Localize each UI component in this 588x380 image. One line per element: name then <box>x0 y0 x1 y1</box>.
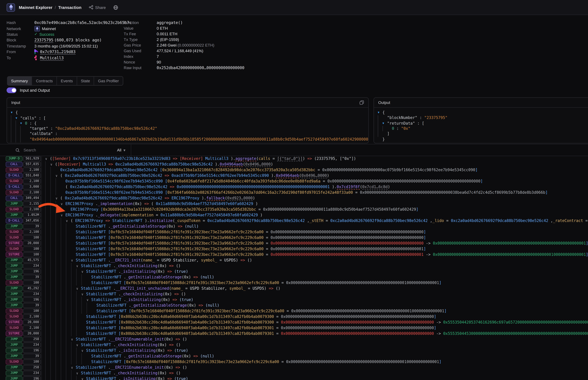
output-json-tree[interactable]: ▼{"blockNumber" : "23375795"▼"returnData… <box>374 108 588 143</box>
collapse-chevron-icon[interactable]: ∨ <box>81 292 86 297</box>
collapse-chevron-icon[interactable]: ∨ <box>56 173 60 178</box>
collapse-chevron-icon[interactable]: ∨ <box>71 258 76 263</box>
trace-row[interactable]: SLOAD100StabilizerNFT [0xf0c57e16840df04… <box>0 359 588 364</box>
collapse-chevron-icon[interactable]: ∨ <box>71 365 76 370</box>
collapse-chevron-icon[interactable]: ∨ <box>76 371 81 376</box>
input-json-line: ▼"calls" : [ <box>11 115 368 120</box>
trace-line-content: 0xac075b9bf166e5154cc98f62ee7b94e5345cc0… <box>45 178 588 184</box>
to-link[interactable]: Multicall3 <box>40 55 64 60</box>
expand-triangle-icon[interactable]: ▼ <box>20 120 25 126</box>
search-input[interactable] <box>23 147 117 153</box>
trace-row[interactable]: SLOAD100StabilizerNFT [0xf0c57e16840df04… <box>0 280 588 285</box>
trace-row[interactable]: SLOAD2,1000xac075b9bf166e5154cc98f62ee7b… <box>0 190 588 195</box>
trace-row[interactable]: CALL557,035∨([Receiver] Multicall3 => 0x… <box>0 161 588 167</box>
gas-value: 2,100 <box>23 167 41 173</box>
opcode-badge: JUMP·D <box>6 156 23 162</box>
trace-row[interactable]: JUMP1.052M∨ERC1967Proxy ._delegate(imple… <box>0 212 588 218</box>
trace-row[interactable]: SLOAD2,100StabilizerNFT [0xf0c57e16840df… <box>0 229 588 235</box>
opcode-badge: SLOAD <box>6 235 23 241</box>
from-link[interactable]: 0x7c9731…219d83 <box>40 50 76 54</box>
trace-row[interactable]: D·CALL347,056∨( ERC1967Proxy => Stabiliz… <box>0 218 588 223</box>
input-json-tree[interactable]: ▼{▼"calls" : [▼0 : {"target" : "0xc2a0ad… <box>7 108 368 143</box>
txtype-value: 2 (EIP-1559) <box>157 37 179 42</box>
trace-row[interactable]: SSTORE20,000StabilizerNFT [0x80bb2b638cc… <box>0 319 588 325</box>
block-link[interactable]: 23375795 <box>34 38 53 42</box>
collapse-chevron-icon[interactable]: ∨ <box>76 342 81 347</box>
trace-row[interactable]: JUMP234∨StabilizerNFT ._checkInitializin… <box>0 263 588 268</box>
trace-row[interactable]: S·CALL3,000( 0xc2a0ad4bd62676692f9dca88b… <box>0 184 588 190</box>
trace-row[interactable]: SLOAD2,1000xac075b9bf166e5154cc98f62ee7b… <box>0 178 588 184</box>
trace-row[interactable]: JUMP39StabilizerNFT ._getInitializableSt… <box>0 353 588 359</box>
collapse-chevron-icon[interactable]: ∨ <box>81 269 86 274</box>
tab-events[interactable]: Events <box>57 77 77 85</box>
collapse-chevron-icon[interactable]: ∨ <box>81 376 86 380</box>
collapse-chevron-icon[interactable]: ∨ <box>81 348 86 353</box>
trace-row[interactable]: SLOAD100StabilizerNFT [0xf0c57e16840df04… <box>0 246 588 252</box>
trace-row[interactable]: JUMP39StabilizerNFT ._getInitializableSt… <box>0 223 588 229</box>
trace-row[interactable]: JUMP39StabilizerNFT ._getInitializableSt… <box>0 274 588 280</box>
trace-row[interactable]: JUMP234∨StabilizerNFT ._checkInitializin… <box>0 342 588 347</box>
trace-line-content: ∨StabilizerNFT ._checkInitializing(0x) =… <box>45 342 588 347</box>
trace-row[interactable]: SSTORE20,000StabilizerNFT [0x80bb2b638cc… <box>0 331 588 336</box>
trace-row[interactable]: SLOAD2,100StabilizerNFT [0x80bb2b638cc20… <box>0 325 588 331</box>
trace-row[interactable]: JUMP234∨StabilizerNFT ._checkInitializin… <box>0 370 588 376</box>
trace-row[interactable]: D·CALL551,840∨( 0xc2a0ad4bd62676692f9dca… <box>0 172 588 178</box>
trace-row[interactable]: JUMP258∨StabilizerNFT .__ERC721Enumerabl… <box>0 336 588 342</box>
value-value: 0 ETH <box>157 26 168 31</box>
collapse-chevron-icon[interactable]: ∨ <box>61 201 65 207</box>
output-json-line: 0 : "0x" <box>378 126 588 131</box>
tab-summary[interactable]: Summary <box>7 77 32 85</box>
gas-value: 2,100 <box>23 325 41 331</box>
trace-row[interactable]: CALL349,494∨( 0xc2a0ad4bd62676692f9dca88… <box>0 195 588 201</box>
collapse-chevron-icon[interactable]: ∨ <box>76 263 81 268</box>
collapse-chevron-icon[interactable]: ∨ <box>61 212 65 218</box>
copy-icon[interactable] <box>359 100 364 105</box>
trace-row[interactable]: JUMP39StabilizerNFT ._getInitializableSt… <box>0 303 588 308</box>
trace-row[interactable]: SLOAD2,100ERC1967Proxy [0x360894a13ba1a3… <box>0 207 588 212</box>
search-filter-dropdown[interactable]: All ▼ <box>117 148 131 152</box>
ethereum-logo-icon[interactable] <box>7 3 15 12</box>
collapse-chevron-icon[interactable]: ∨ <box>66 218 71 223</box>
trace-row[interactable]: SLOAD2,100StabilizerNFT [0x80bb2b638cc20… <box>0 314 588 319</box>
collapse-chevron-icon[interactable]: ∨ <box>71 337 76 342</box>
trace-row[interactable]: JUMP45,575∨StabilizerNFT .__ERC721_init(… <box>0 257 588 263</box>
opcode-badge: SLOAD <box>6 359 23 365</box>
trace-row[interactable]: JUMP196∨StabilizerNFT ._isInitializing(0… <box>0 268 588 274</box>
tab-contracts[interactable]: Contracts <box>32 77 57 85</box>
trace-line-content: StabilizerNFT [0x80bb2b638cc20bc4d0a60d6… <box>45 331 588 336</box>
expand-triangle-icon[interactable]: ▼ <box>382 120 387 126</box>
language-globe-button[interactable] <box>113 5 118 10</box>
trace-row[interactable]: JUMP·D561,929∨([Sender] 0x7c97313f349608… <box>0 156 588 161</box>
trace-row[interactable]: JUMP196∨StabilizerNFT ._isInitializing(0… <box>0 347 588 353</box>
collapse-chevron-icon[interactable]: ∨ <box>76 286 81 291</box>
collapse-chevron-icon[interactable]: ∨ <box>56 196 60 201</box>
opcode-badge: JUMP <box>6 337 23 342</box>
gas-value: 100 <box>23 252 41 258</box>
collapse-chevron-icon[interactable]: ∨ <box>87 297 91 303</box>
collapse-chevron-icon[interactable]: ∨ <box>50 162 55 167</box>
tab-gas-profiler[interactable]: Gas Profiler <box>94 77 123 85</box>
trace-row[interactable]: JUMP196∨StabilizerNFT ._isInitializing(0… <box>0 376 588 380</box>
trace-row[interactable]: SLOAD100StabilizerNFT [0xf0c57e16840df04… <box>0 235 588 240</box>
share-button[interactable]: Share <box>89 5 106 10</box>
input-output-toggle[interactable] <box>7 88 17 93</box>
trace-row[interactable]: JUMP45,292∨StabilizerNFT .__ERC721_init_… <box>0 285 588 291</box>
opcode-badge: JUMP <box>6 275 23 280</box>
gas-value: 196 <box>23 376 41 380</box>
trace-search: All ▼ <box>10 144 131 156</box>
trace-row[interactable]: JUMP234∨StabilizerNFT ._checkInitializin… <box>0 291 588 297</box>
trace-row[interactable]: SSTORE20,000StabilizerNFT [0xf0c57e16840… <box>0 240 588 246</box>
breadcrumb-app[interactable]: Mainnet Explorer <box>19 5 53 10</box>
gas-value: 561,929 <box>23 156 41 162</box>
expand-triangle-icon[interactable]: ▼ <box>378 110 382 115</box>
trace-row[interactable]: SSTORE100StabilizerNFT [0xf0c57e16840df0… <box>0 252 588 257</box>
tab-state[interactable]: State <box>77 77 94 85</box>
collapse-chevron-icon[interactable]: ∨ <box>45 156 50 161</box>
expand-triangle-icon[interactable]: ▼ <box>16 115 20 120</box>
expand-triangle-icon[interactable]: ▼ <box>11 110 16 115</box>
trace-row[interactable]: JUMP196∨StabilizerNFT ._isInitializing(0… <box>0 297 588 303</box>
trace-row[interactable]: SLOAD100StabilizerNFT [0xf0c57e16840df04… <box>0 308 588 314</box>
trace-row[interactable]: JUMP258∨StabilizerNFT .__ERC721Enumerabl… <box>0 364 588 370</box>
trace-row[interactable]: JUMP2,155∨ERC1967Proxy ._implementation(… <box>0 201 588 207</box>
trace-row[interactable]: SLOAD2,1000xc2a0ad4bd62676692f9dca88b750… <box>0 167 588 172</box>
